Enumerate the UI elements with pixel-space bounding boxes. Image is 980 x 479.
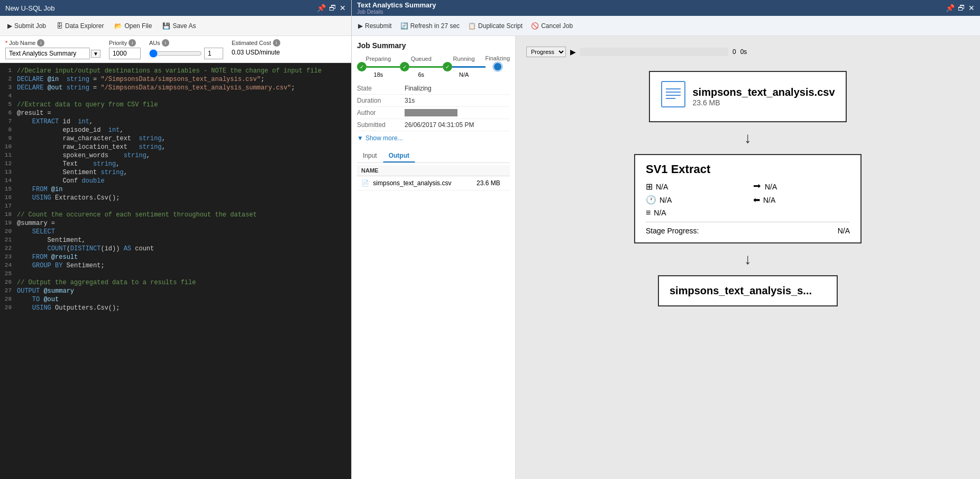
duration-key: Duration	[357, 97, 405, 104]
job-form-row: * Job Name i ▼ Priority i AUs	[0, 36, 351, 63]
stage-finalizing-circle	[492, 61, 503, 72]
close-icon[interactable]: ✕	[340, 4, 346, 12]
job-name-field: * Job Name i ▼	[5, 39, 100, 59]
line-number: 11	[0, 152, 17, 160]
line-content: TO @out	[17, 296, 351, 304]
tab-output[interactable]: Output	[383, 149, 415, 162]
line-content: OUTPUT @summary	[17, 287, 351, 296]
job-name-info-icon[interactable]: i	[37, 39, 44, 47]
data-explorer-button[interactable]: 🗄 Data Explorer	[54, 21, 106, 31]
right-pin-icon[interactable]: 📌	[946, 4, 955, 12]
line-content: spoken_words string,	[17, 152, 351, 160]
estimated-cost-value: 0.03 USD/minute	[232, 48, 280, 59]
aus-field: AUs i	[149, 39, 223, 59]
right-close-icon[interactable]: ✕	[968, 4, 975, 12]
line-content: // Count the occurence of each sentiment…	[17, 211, 351, 220]
file-icon: 📄	[361, 179, 369, 187]
stage-node-title: SV1 Extract	[646, 162, 850, 176]
file-size-cell: 23.6 MB	[472, 176, 510, 191]
job-name-dropdown-icon[interactable]: ▼	[91, 50, 100, 58]
priority-input[interactable]	[109, 48, 141, 59]
right-title-text: Text Analytics Summary Job Details	[357, 1, 436, 15]
progress-select[interactable]: Progress	[526, 47, 566, 57]
job-name-input[interactable]	[5, 48, 90, 59]
code-line: 24 GROUP BY Sentiment;	[0, 262, 351, 270]
right-restore-icon[interactable]: 🗗	[958, 4, 965, 12]
cost-info-icon[interactable]: i	[273, 39, 280, 47]
metric-list: ≡ N/A	[646, 208, 743, 218]
code-line: 8 episode_id int,	[0, 126, 351, 135]
stage-node: SV1 Extract ⊞ N/A ⮕ N/A 🕐 N/A	[634, 154, 862, 243]
line-number: 27	[0, 287, 17, 296]
duplicate-script-button[interactable]: 📋 Duplicate Script	[468, 22, 523, 30]
line-content: @summary =	[17, 220, 351, 228]
progress-bar-row: Progress ▶ 0 0s	[526, 47, 747, 57]
svg-rect-0	[662, 82, 685, 107]
priority-label: Priority i	[109, 39, 141, 47]
code-line: 29 USING Outputters.Csv();	[0, 304, 351, 313]
code-line: 15 FROM @in	[0, 186, 351, 194]
resubmit-button[interactable]: ▶ Resubmit	[358, 22, 392, 30]
file-row: 📄 simpsons_text_analysis.csv 23.6 MB	[357, 176, 510, 191]
line-content: FROM @result	[17, 254, 351, 262]
stage-progress-value: N/A	[838, 227, 850, 235]
author-row: Author	[357, 107, 510, 119]
cancel-job-button[interactable]: 🚫 Cancel Job	[531, 22, 573, 30]
pin-icon[interactable]: 📌	[317, 4, 326, 12]
code-line: 16 USING Extractors.Csv();	[0, 194, 351, 203]
metric-arrow-in-value: N/A	[765, 183, 777, 191]
io-tabs: Input Output	[357, 149, 510, 163]
code-line: 18// Count the occurence of each sentime…	[0, 211, 351, 220]
open-file-button[interactable]: 📂 Open File	[112, 21, 154, 31]
line-number: 17	[0, 203, 17, 211]
priority-info-icon[interactable]: i	[129, 39, 136, 47]
job-summary-title: Job Summary	[357, 41, 510, 50]
stage-preparing-circle: ✓	[357, 62, 367, 71]
left-title-controls: 📌 🗗 ✕	[317, 4, 346, 12]
left-toolbar: ▶ Submit Job 🗄 Data Explorer 📂 Open File…	[0, 16, 351, 36]
arrow-down-1: ↓	[744, 130, 752, 147]
line-content: DECLARE @in string = "/SimpsonsData/simp…	[17, 76, 351, 84]
input-file-node: simpsons_text_analysis.csv 23.6 MB	[649, 71, 846, 122]
code-line: 9 raw_character_text string,	[0, 135, 351, 143]
job-details-panel: Job Summary Preparing ✓ 18s	[352, 36, 516, 479]
stage-finalizing-time	[497, 72, 498, 78]
tab-input[interactable]: Input	[357, 149, 383, 162]
input-file-size: 23.6 MB	[692, 98, 835, 107]
play-button[interactable]: ▶	[570, 48, 576, 56]
save-as-button[interactable]: 💾 Save As	[160, 21, 198, 31]
aus-slider[interactable]	[149, 49, 202, 58]
right-panel-subtitle: Job Details	[357, 9, 436, 15]
code-line: 13 Sentiment string,	[0, 169, 351, 177]
show-more-button[interactable]: ▼ Show more...	[357, 131, 510, 145]
list-icon: ≡	[646, 208, 651, 218]
line-number: 7	[0, 118, 17, 126]
author-key: Author	[357, 109, 405, 116]
input-file-name: simpsons_text_analysis.csv	[692, 86, 835, 98]
line-number: 28	[0, 296, 17, 304]
line-content: Sentiment string,	[17, 169, 351, 177]
metric-grid-value: N/A	[656, 183, 668, 191]
aus-input[interactable]	[204, 48, 223, 59]
priority-field: Priority i	[109, 39, 141, 59]
refresh-button[interactable]: 🔄 Refresh in 27 sec	[400, 22, 460, 30]
line-number: 10	[0, 143, 17, 152]
submitted-key: Submitted	[357, 121, 405, 129]
stage-running-time: N/A	[459, 71, 469, 78]
line-content: GROUP BY Sentiment;	[17, 262, 351, 270]
aus-info-icon[interactable]: i	[162, 39, 169, 47]
code-editor[interactable]: 1//Declare input/output destinations as …	[0, 63, 351, 479]
line-content: SELECT	[17, 228, 351, 237]
line-content: //Extract data to query from CSV file	[17, 101, 351, 110]
line-number: 1	[0, 67, 17, 76]
output-file-node: simpsons_text_analysis_s...	[658, 275, 838, 306]
restore-icon[interactable]: 🗗	[329, 4, 336, 12]
line-number: 3	[0, 84, 17, 93]
line-number: 19	[0, 220, 17, 228]
submit-job-button[interactable]: ▶ Submit Job	[5, 21, 48, 31]
input-file-info: simpsons_text_analysis.csv 23.6 MB	[692, 86, 835, 107]
estimated-cost-label: Estimated Cost i	[232, 39, 280, 47]
explorer-icon: 🗄	[57, 22, 63, 30]
metric-grid: ⊞ N/A	[646, 182, 743, 192]
left-panel: New U-SQL Job 📌 🗗 ✕ ▶ Submit Job 🗄 Data …	[0, 0, 352, 479]
